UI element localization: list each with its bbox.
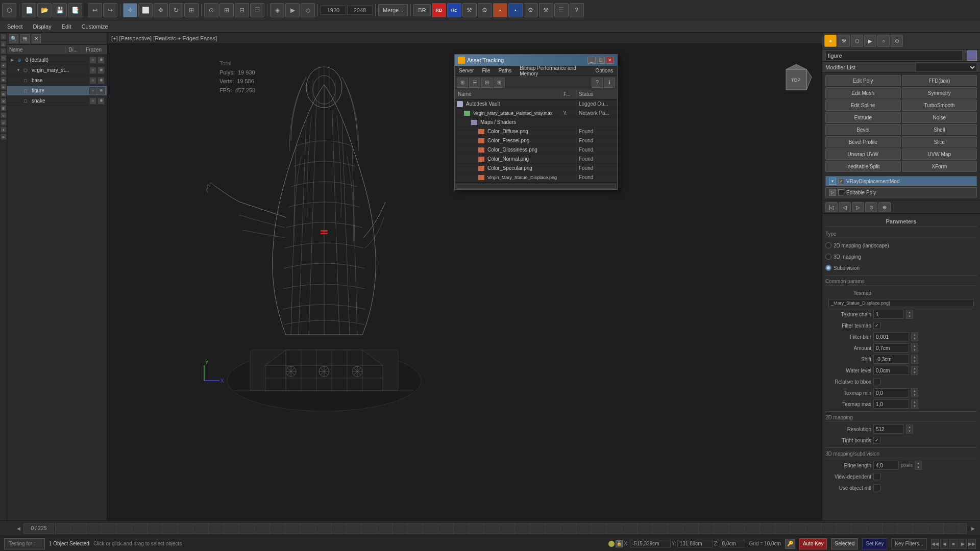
action-frz2[interactable]: ❄	[97, 67, 105, 74]
nav-utilities[interactable]: ⚙	[891, 35, 903, 47]
texmap-max-spin[interactable]: ▲▼	[911, 399, 918, 409]
menu-display[interactable]: Display	[28, 22, 57, 31]
water-level-spin[interactable]: ▲▼	[911, 366, 918, 375]
asset-tool-2[interactable]: ☰	[469, 78, 480, 88]
mod-btn-uvwmap[interactable]: UVW Map	[902, 148, 977, 160]
x-value[interactable]: -515,339cm	[630, 540, 671, 547]
left-tool-5[interactable]: ♦	[1, 62, 7, 68]
stack-nav-1[interactable]: |◁	[825, 202, 838, 212]
mod-btn-extrude[interactable]: Extrude	[825, 112, 901, 123]
y-value[interactable]: 131,88cm	[677, 540, 713, 547]
radio-2d[interactable]	[825, 242, 831, 248]
auto-key-btn[interactable]: Auto Key	[799, 538, 827, 549]
stack-nav-2[interactable]: ◁	[839, 202, 851, 212]
left-tool-8[interactable]: ⊗	[1, 84, 7, 90]
viewport-canvas[interactable]: Total Polys: 19 930 Verts: 19 586 FPS: 4…	[107, 44, 822, 520]
undo-btn[interactable]: ↩	[88, 3, 102, 17]
action-frz4[interactable]: ❄	[97, 87, 105, 94]
material-editor[interactable]: ◇	[301, 3, 315, 17]
color-swatch[interactable]	[967, 51, 977, 61]
asset-menu-file[interactable]: File	[478, 66, 494, 76]
tree-row-snake[interactable]: □ snake ○ ❄	[7, 96, 107, 106]
redo-btn[interactable]: ↪	[103, 3, 117, 17]
nav-modify[interactable]: ⚒	[838, 35, 850, 47]
tool7[interactable]: ☰	[554, 3, 569, 17]
left-tool-10[interactable]: ⚒	[1, 98, 7, 104]
left-tool-11[interactable]: ☰	[1, 105, 7, 111]
app-icon[interactable]: ⬡	[2, 3, 16, 17]
action-vis[interactable]: ○	[89, 57, 96, 64]
viewport[interactable]: [+] [Perspective] [Realistic + Edged Fac…	[107, 33, 822, 520]
save-btn[interactable]: 💾	[53, 3, 67, 17]
left-tool-7[interactable]: ⊕	[1, 77, 7, 83]
action-frz5[interactable]: ❄	[97, 97, 105, 105]
radio-3d[interactable]	[825, 254, 831, 260]
expand-default[interactable]: ▶	[9, 57, 15, 63]
timeline-track[interactable]	[55, 523, 967, 534]
saveas-btn[interactable]: 📑	[68, 3, 82, 17]
rc-icon[interactable]: Rc	[447, 3, 461, 17]
view-dep-check[interactable]	[873, 473, 880, 480]
new-btn[interactable]: 📄	[22, 3, 36, 17]
dialog-minimize[interactable]: _	[587, 57, 596, 64]
mod-btn-unwrap[interactable]: Unwrap UVW	[825, 148, 901, 160]
tool1[interactable]: ⚒	[462, 3, 477, 17]
render-setup[interactable]: ◈	[270, 3, 284, 17]
key-lock-btn[interactable]: 🔑	[785, 539, 795, 549]
stack-collapse[interactable]: ▼	[829, 178, 836, 185]
asset-tool-1[interactable]: ⊞	[457, 78, 468, 88]
mod-btn-shell[interactable]: Shell	[902, 124, 977, 135]
tree-row-default[interactable]: ▶ ⊕ 0 (default) ○ ❄	[7, 55, 107, 65]
right-ctrl-1[interactable]: ◀◀	[931, 539, 939, 549]
right-ctrl-2[interactable]: ◀	[940, 539, 948, 549]
array-tool[interactable]: ⊟	[235, 3, 249, 17]
resolution-spin[interactable]: ▲▼	[906, 424, 913, 434]
tree-row-virgin[interactable]: ▼ ⬡ virgin_mary_st... ○ ❄	[7, 65, 107, 76]
asset-row-fresnel[interactable]: Color_Fresnel.png Found	[455, 136, 617, 145]
select-region-tool[interactable]: ⬜	[138, 3, 153, 17]
modifier-dropdown[interactable]	[916, 63, 977, 72]
tool4[interactable]: ▪	[508, 3, 523, 17]
tool3[interactable]: ▪	[493, 3, 507, 17]
select-tool[interactable]: ✛	[123, 3, 137, 17]
mod-btn-ffd[interactable]: FFD(box)	[902, 75, 977, 86]
filter-blur-value[interactable]: 0,001	[873, 332, 909, 341]
right-ctrl-4[interactable]: ▶	[959, 539, 967, 549]
set-key-btn[interactable]: Set Key	[862, 538, 887, 549]
nav-cube[interactable]: TOP	[776, 59, 817, 100]
radio-subdiv[interactable]	[825, 265, 831, 271]
mod-btn-slice[interactable]: Slice	[902, 136, 977, 147]
menu-edit[interactable]: Edit	[57, 22, 77, 31]
mod-btn-symmetry[interactable]: Symmetry	[902, 87, 977, 98]
shift-value[interactable]: -0,3cm	[873, 355, 909, 364]
texmap-min-spin[interactable]: ▲▼	[911, 388, 918, 397]
shift-spin[interactable]: ▲▼	[911, 355, 918, 364]
align-tool[interactable]: ☰	[250, 3, 264, 17]
left-tool-12[interactable]: ∿	[1, 112, 7, 118]
scene-close-btn[interactable]: ✕	[32, 34, 41, 43]
asset-tool-info[interactable]: ℹ	[604, 78, 615, 88]
amount-value[interactable]: 0,7cm	[873, 343, 909, 353]
render-btn[interactable]: ▶	[285, 3, 300, 17]
object-name-input[interactable]	[825, 51, 963, 61]
action-frz3[interactable]: ❄	[97, 77, 105, 84]
mod-btn-editspline[interactable]: Edit Spline	[825, 99, 901, 111]
asset-row-maps[interactable]: Maps / Shaders	[455, 118, 617, 127]
merge-btn[interactable]: Merge...	[378, 4, 408, 16]
left-tool-1[interactable]: +	[1, 34, 7, 40]
dialog-close[interactable]: ✕	[606, 57, 614, 64]
stack-item-editable[interactable]: ▷ Editable Poly	[825, 187, 977, 197]
edge-length-value[interactable]: 4,0	[873, 461, 899, 470]
left-tool-6[interactable]: ✎	[1, 69, 7, 76]
action-vis4[interactable]: ○	[89, 87, 96, 94]
rotate-tool[interactable]: ↻	[169, 3, 183, 17]
mod-btn-xform[interactable]: XForm	[902, 161, 977, 172]
scene-filter-btn[interactable]: ⊞	[20, 34, 30, 43]
stack-nav-4[interactable]: ⊙	[865, 202, 877, 212]
asset-row-displace[interactable]: Virgin_Mary_Statue_Displace.png Found	[455, 173, 617, 182]
water-level-value[interactable]: 0,0cm	[873, 366, 909, 375]
asset-menu-paths[interactable]: Paths	[495, 66, 516, 76]
snap-tool[interactable]: ⊙	[204, 3, 218, 17]
mod-btn-turbosmooth[interactable]: TurboSmooth	[902, 99, 977, 111]
tree-row-base[interactable]: □ base ○ ❄	[7, 76, 107, 86]
